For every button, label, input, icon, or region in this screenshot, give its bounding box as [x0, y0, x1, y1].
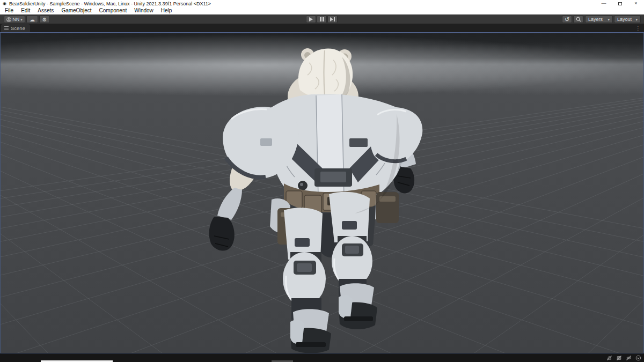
window-title: BearSoldierUnity - SampleScene - Windows…	[9, 1, 211, 6]
gear-icon: ⚙	[42, 17, 47, 23]
status-bar	[0, 353, 644, 362]
menu-edit[interactable]: Edit	[17, 7, 34, 14]
chevron-down-icon: ▾	[635, 18, 638, 21]
services-button[interactable]: ⚙	[39, 16, 50, 23]
restore-button[interactable]	[612, 0, 628, 7]
pause-icon	[320, 17, 324, 21]
unity-editor-window: ◉ BearSoldierUnity - SampleScene - Windo…	[0, 0, 644, 362]
main-toolbar: NN ▾ ☁ ⚙ ↺ Layers ▾ Layout ▾	[0, 14, 644, 24]
bear-soldier-model[interactable]	[1, 33, 643, 353]
panel-tab-bar: Scene ⋮	[0, 24, 644, 32]
layers-dropdown[interactable]: Layers ▾	[585, 16, 613, 23]
progress-indicator-icon[interactable]	[635, 354, 642, 361]
notifications-muted-icon[interactable]	[606, 354, 613, 361]
layers-label: Layers	[588, 17, 603, 22]
step-button[interactable]	[327, 16, 338, 23]
menu-gameobject[interactable]: GameObject	[57, 7, 95, 14]
preview-muted-icon[interactable]	[625, 354, 632, 361]
account-dropdown[interactable]: NN ▾	[4, 16, 25, 23]
play-icon	[309, 17, 313, 21]
undo-history-icon: ↺	[565, 16, 569, 23]
cloud-button[interactable]: ☁	[26, 16, 38, 23]
cloud-icon: ☁	[30, 17, 35, 23]
pane-icon	[4, 26, 9, 30]
menu-file[interactable]: File	[1, 7, 17, 14]
menu-help[interactable]: Help	[157, 7, 176, 14]
search-icon	[576, 17, 581, 22]
pause-button[interactable]	[317, 16, 327, 23]
menu-window[interactable]: Window	[130, 7, 157, 14]
close-button[interactable]: ×	[628, 0, 644, 7]
panel-menu-button[interactable]: ⋮	[634, 24, 642, 32]
account-label: NN	[12, 17, 19, 22]
restore-icon	[618, 2, 622, 5]
menu-component[interactable]: Component	[96, 7, 131, 14]
play-button[interactable]	[306, 16, 316, 23]
layout-dropdown[interactable]: Layout ▾	[614, 16, 641, 23]
tab-scene[interactable]: Scene	[1, 24, 30, 32]
search-button[interactable]	[573, 16, 583, 23]
scene-viewport[interactable]	[0, 32, 644, 353]
head	[298, 48, 353, 100]
step-icon	[330, 17, 335, 21]
undo-history-button[interactable]: ↺	[562, 16, 572, 23]
kebab-icon: ⋮	[635, 25, 641, 31]
chevron-down-icon: ▾	[608, 18, 610, 21]
title-bar: ◉ BearSoldierUnity - SampleScene - Windo…	[0, 0, 644, 7]
minimize-button[interactable]: —	[596, 0, 612, 7]
unity-logo-icon: ◉	[3, 2, 7, 6]
menu-assets[interactable]: Assets	[34, 7, 57, 14]
person-icon	[6, 17, 11, 22]
scene-tab-label: Scene	[11, 25, 25, 31]
menu-bar: File Edit Assets GameObject Component Wi…	[0, 7, 644, 14]
layout-label: Layout	[617, 17, 632, 22]
chevron-down-icon: ▾	[20, 18, 23, 21]
cache-server-muted-icon[interactable]	[616, 354, 623, 361]
